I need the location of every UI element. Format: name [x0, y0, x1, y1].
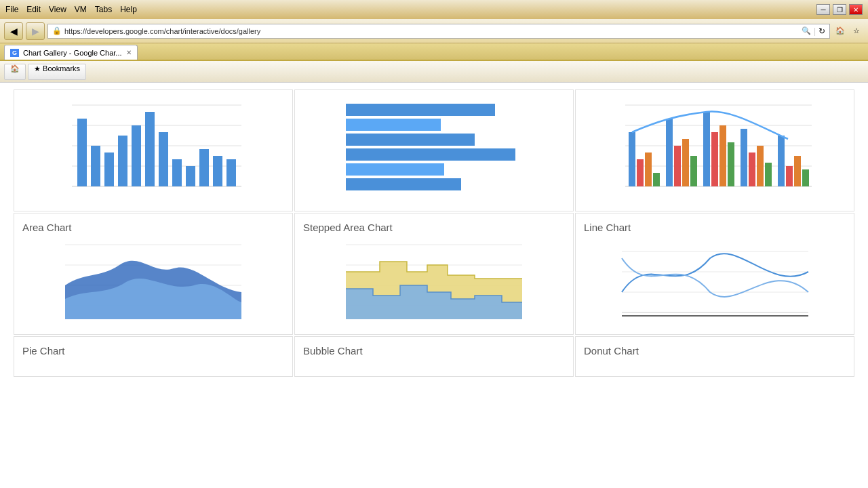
- svg-rect-41: [749, 152, 755, 186]
- svg-rect-6: [91, 146, 100, 186]
- svg-rect-28: [629, 132, 635, 186]
- menu-view[interactable]: View: [49, 5, 66, 14]
- svg-rect-16: [226, 159, 236, 186]
- menu-file[interactable]: File: [5, 5, 18, 14]
- svg-rect-19: [346, 134, 475, 146]
- menu-vm[interactable]: VM: [75, 5, 87, 14]
- horizontal-bar-chart-preview: [303, 98, 565, 193]
- home-button[interactable]: 🏠: [833, 24, 848, 39]
- restore-button[interactable]: ❐: [833, 4, 846, 15]
- svg-rect-31: [653, 173, 660, 186]
- card-bar-chart[interactable]: [14, 89, 293, 211]
- donut-chart-title: Donut Chart: [584, 345, 639, 357]
- menu-tabs[interactable]: Tabs: [95, 5, 112, 14]
- area-chart-preview: [22, 238, 284, 326]
- card-line-chart[interactable]: Line Chart: [575, 213, 854, 335]
- svg-rect-36: [703, 112, 710, 186]
- card-donut-chart[interactable]: Donut Chart: [575, 336, 854, 377]
- svg-rect-20: [346, 148, 515, 161]
- separator: |: [814, 26, 816, 36]
- pie-chart-title: Pie Chart: [22, 345, 65, 357]
- line-chart-title: Line Chart: [584, 222, 631, 233]
- svg-rect-11: [159, 132, 168, 186]
- lock-icon: 🔒: [52, 26, 62, 35]
- svg-rect-21: [346, 163, 444, 176]
- stepped-area-chart-title: Stepped Area Chart: [303, 222, 393, 233]
- svg-rect-7: [104, 152, 114, 186]
- svg-rect-14: [199, 149, 209, 186]
- back-icon: ◀: [10, 26, 18, 37]
- address-bar[interactable]: 🔒 https://developers.google.com/chart/in…: [47, 24, 830, 39]
- minimize-button[interactable]: ─: [816, 4, 830, 15]
- svg-rect-34: [682, 139, 689, 186]
- tab-bar: G Chart Gallery - Google Char... ✕: [0, 43, 868, 61]
- nav-bar: ◀ ▶ 🔒 https://developers.google.com/char…: [0, 19, 868, 43]
- card-combo-chart[interactable]: [575, 89, 854, 211]
- svg-rect-22: [346, 178, 461, 190]
- svg-rect-9: [132, 125, 141, 186]
- area-chart-title: Area Chart: [22, 222, 72, 233]
- toolbar: 🏠 ★ Bookmarks: [0, 61, 868, 83]
- star-toolbar-button[interactable]: ★ Bookmarks: [28, 64, 86, 80]
- svg-rect-32: [666, 119, 673, 186]
- card-area-chart[interactable]: Area Chart: [14, 213, 293, 335]
- home-toolbar-button[interactable]: 🏠: [4, 64, 26, 80]
- tab-close-button[interactable]: ✕: [126, 49, 132, 56]
- forward-button[interactable]: ▶: [26, 22, 45, 40]
- gallery-grid: Area Chart Stepped Area Chart: [14, 89, 854, 377]
- card-bar-chart-horizontal[interactable]: [294, 89, 574, 211]
- svg-rect-29: [637, 159, 644, 186]
- svg-rect-15: [213, 156, 222, 186]
- line-chart-preview: [584, 238, 846, 326]
- card-stepped-area-chart[interactable]: Stepped Area Chart: [294, 213, 574, 335]
- card-pie-chart[interactable]: Pie Chart: [14, 336, 293, 377]
- back-button[interactable]: ◀: [4, 22, 23, 40]
- address-text: https://developers.google.com/chart/inte…: [64, 27, 799, 35]
- window-controls: ─ ❐ ✕: [816, 4, 863, 15]
- refresh-icon[interactable]: ↻: [818, 26, 825, 36]
- browser-tab[interactable]: G Chart Gallery - Google Char... ✕: [4, 45, 138, 60]
- stepped-area-chart-preview: [303, 238, 565, 326]
- svg-rect-43: [765, 163, 772, 186]
- svg-rect-18: [346, 119, 441, 131]
- svg-rect-40: [741, 129, 747, 186]
- svg-rect-38: [719, 125, 726, 186]
- svg-rect-33: [674, 146, 681, 186]
- bubble-chart-title: Bubble Chart: [303, 345, 363, 357]
- svg-rect-8: [118, 136, 127, 186]
- svg-rect-17: [346, 104, 495, 116]
- svg-rect-30: [645, 152, 652, 186]
- menu-edit[interactable]: Edit: [26, 5, 41, 14]
- tab-label: Chart Gallery - Google Char...: [23, 49, 122, 57]
- search-icon: 🔍: [802, 26, 811, 35]
- svg-rect-45: [786, 166, 793, 186]
- star-button[interactable]: ☆: [849, 24, 864, 39]
- svg-rect-37: [711, 132, 718, 186]
- svg-rect-47: [802, 169, 809, 186]
- forward-icon: ▶: [32, 26, 39, 37]
- bar-chart-preview: [22, 98, 284, 193]
- tab-favicon: G: [10, 49, 19, 57]
- svg-rect-46: [794, 156, 801, 186]
- svg-rect-42: [757, 146, 764, 186]
- title-bar: File Edit View VM Tabs Help ─ ❐ ✕: [0, 0, 868, 19]
- svg-rect-12: [172, 159, 182, 186]
- menu-help[interactable]: Help: [120, 5, 137, 14]
- combo-chart-preview: [584, 98, 846, 193]
- nav-icons: 🏠 ☆: [833, 24, 864, 39]
- card-bubble-chart[interactable]: Bubble Chart: [294, 336, 574, 377]
- svg-rect-10: [145, 112, 155, 186]
- svg-rect-44: [778, 136, 785, 186]
- svg-rect-5: [77, 119, 87, 186]
- svg-rect-35: [690, 156, 697, 186]
- svg-rect-13: [186, 166, 195, 186]
- svg-rect-39: [728, 142, 734, 186]
- menu-bar: File Edit View VM Tabs Help: [5, 5, 137, 14]
- chart-gallery: Area Chart Stepped Area Chart: [0, 83, 868, 488]
- close-button[interactable]: ✕: [849, 4, 863, 15]
